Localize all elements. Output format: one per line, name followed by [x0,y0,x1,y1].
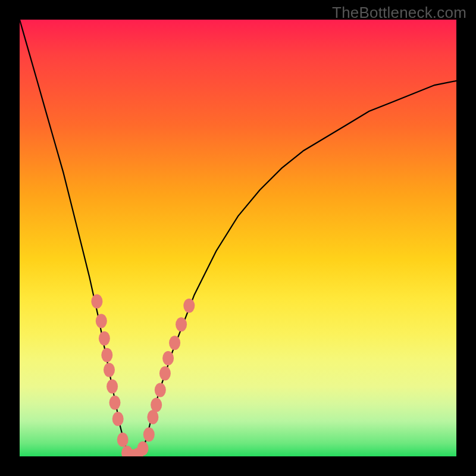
data-marker [112,412,124,426]
data-marker [117,433,129,447]
data-marker [169,336,180,350]
data-marker [143,427,155,441]
curve-overlay [20,20,456,456]
bottleneck-curve-line [20,20,456,456]
data-marker [183,299,195,313]
data-marker [96,314,107,328]
chart-frame: TheBottleneck.com [0,0,476,476]
data-marker [155,383,166,397]
data-marker [147,410,158,424]
data-marker [107,380,118,394]
marker-group [91,294,195,456]
data-marker [109,396,121,410]
data-marker [137,441,149,456]
data-marker [104,363,115,377]
data-marker [99,331,110,346]
data-marker [159,367,171,381]
data-marker [176,317,187,331]
data-marker [151,397,162,412]
watermark-text: TheBottleneck.com [332,4,466,22]
data-marker [101,348,112,362]
data-marker [162,351,174,365]
data-marker [91,294,102,308]
